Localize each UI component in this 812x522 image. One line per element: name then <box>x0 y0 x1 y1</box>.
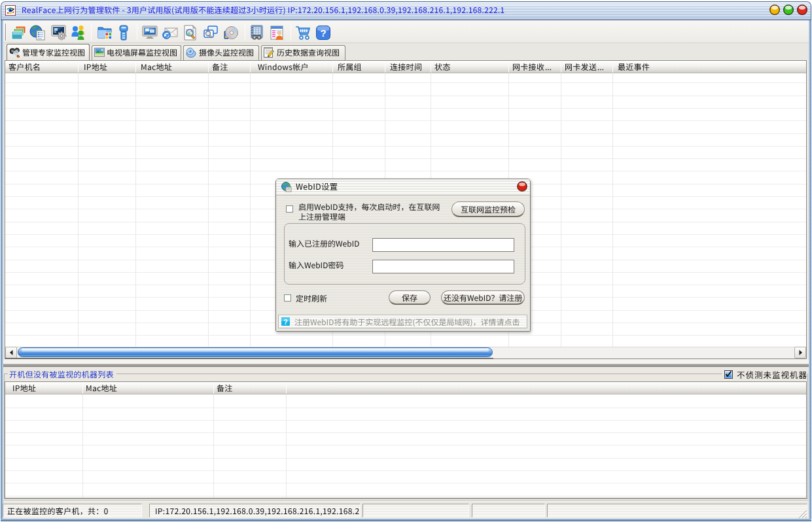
svg-text:?: ? <box>283 318 287 326</box>
svg-text:?: ? <box>320 27 326 39</box>
